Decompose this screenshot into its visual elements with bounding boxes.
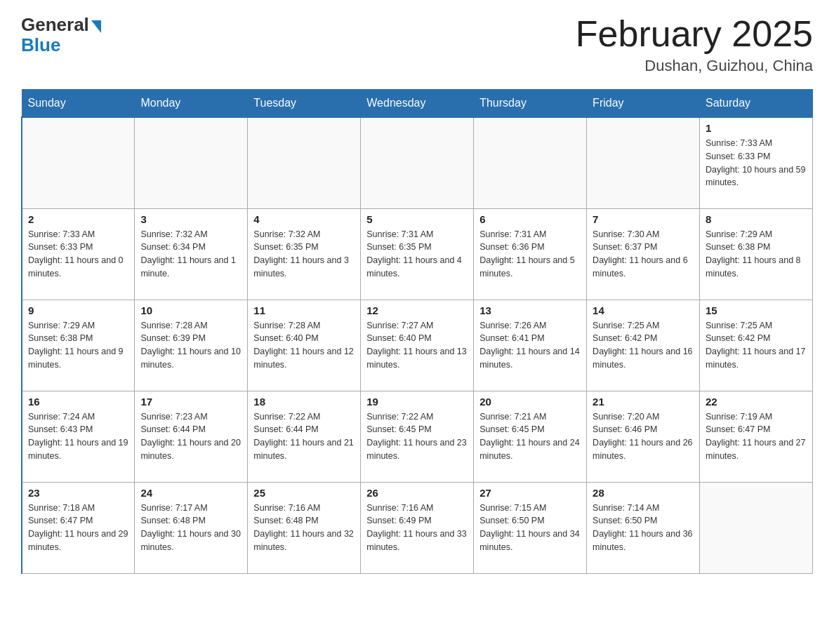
day-number: 28 [593, 487, 694, 499]
day-info: Sunrise: 7:32 AMSunset: 6:34 PMDaylight:… [140, 228, 241, 281]
calendar-day-cell: 14Sunrise: 7:25 AMSunset: 6:42 PMDayligh… [587, 300, 700, 391]
day-number: 26 [366, 487, 468, 499]
day-info: Sunrise: 7:25 AMSunset: 6:42 PMDaylight:… [593, 319, 694, 372]
day-info: Sunrise: 7:23 AMSunset: 6:44 PMDaylight:… [140, 410, 241, 463]
day-info: Sunrise: 7:28 AMSunset: 6:39 PMDaylight:… [140, 319, 241, 372]
day-of-week-header: Monday [135, 90, 248, 118]
logo: General Blue [21, 14, 101, 56]
calendar-day-cell [248, 117, 361, 208]
calendar-day-cell: 9Sunrise: 7:29 AMSunset: 6:38 PMDaylight… [22, 300, 135, 391]
calendar-day-cell: 24Sunrise: 7:17 AMSunset: 6:48 PMDayligh… [135, 482, 248, 573]
day-number: 18 [253, 396, 355, 408]
day-info: Sunrise: 7:32 AMSunset: 6:35 PMDaylight:… [253, 228, 355, 281]
calendar-day-cell [22, 117, 135, 208]
day-of-week-header: Wednesday [361, 90, 474, 118]
day-number: 6 [479, 213, 581, 225]
day-number: 17 [140, 396, 241, 408]
day-number: 20 [479, 396, 581, 408]
day-info: Sunrise: 7:16 AMSunset: 6:48 PMDaylight:… [253, 502, 355, 554]
day-info: Sunrise: 7:33 AMSunset: 6:33 PMDaylight:… [706, 137, 807, 189]
logo-arrow-icon [91, 20, 101, 33]
day-number: 3 [140, 213, 241, 225]
calendar-week-row: 2Sunrise: 7:33 AMSunset: 6:33 PMDaylight… [22, 208, 813, 300]
calendar-day-cell: 12Sunrise: 7:27 AMSunset: 6:40 PMDayligh… [361, 300, 474, 391]
day-info: Sunrise: 7:25 AMSunset: 6:42 PMDaylight:… [706, 319, 807, 372]
calendar-day-cell: 21Sunrise: 7:20 AMSunset: 6:46 PMDayligh… [587, 391, 700, 482]
calendar-day-cell: 6Sunrise: 7:31 AMSunset: 6:36 PMDaylight… [474, 208, 587, 300]
day-info: Sunrise: 7:27 AMSunset: 6:40 PMDaylight:… [366, 319, 468, 372]
day-info: Sunrise: 7:29 AMSunset: 6:38 PMDaylight:… [706, 228, 807, 281]
day-number: 14 [593, 304, 694, 316]
day-info: Sunrise: 7:33 AMSunset: 6:33 PMDaylight:… [28, 228, 128, 281]
month-title: February 2025 [576, 14, 813, 54]
day-info: Sunrise: 7:31 AMSunset: 6:36 PMDaylight:… [479, 228, 581, 281]
calendar-week-row: 16Sunrise: 7:24 AMSunset: 6:43 PMDayligh… [22, 391, 813, 482]
calendar-week-row: 9Sunrise: 7:29 AMSunset: 6:38 PMDaylight… [22, 300, 813, 391]
day-info: Sunrise: 7:21 AMSunset: 6:45 PMDaylight:… [479, 410, 581, 463]
calendar-day-cell: 16Sunrise: 7:24 AMSunset: 6:43 PMDayligh… [22, 391, 135, 482]
logo-general-text: General [21, 14, 89, 36]
day-number: 2 [28, 213, 128, 225]
calendar-day-cell: 27Sunrise: 7:15 AMSunset: 6:50 PMDayligh… [474, 482, 587, 573]
calendar-day-cell: 17Sunrise: 7:23 AMSunset: 6:44 PMDayligh… [135, 391, 248, 482]
calendar-day-cell: 13Sunrise: 7:26 AMSunset: 6:41 PMDayligh… [474, 300, 587, 391]
calendar-day-cell [587, 117, 700, 208]
calendar-week-row: 1Sunrise: 7:33 AMSunset: 6:33 PMDaylight… [22, 117, 813, 208]
day-info: Sunrise: 7:18 AMSunset: 6:47 PMDaylight:… [28, 502, 128, 554]
calendar-table: SundayMondayTuesdayWednesdayThursdayFrid… [21, 89, 813, 574]
calendar-day-cell: 2Sunrise: 7:33 AMSunset: 6:33 PMDaylight… [22, 208, 135, 300]
day-number: 11 [253, 304, 355, 316]
day-info: Sunrise: 7:14 AMSunset: 6:50 PMDaylight:… [593, 502, 694, 554]
day-number: 24 [140, 487, 241, 499]
calendar-day-cell: 3Sunrise: 7:32 AMSunset: 6:34 PMDaylight… [135, 208, 248, 300]
day-info: Sunrise: 7:16 AMSunset: 6:49 PMDaylight:… [366, 502, 468, 554]
day-number: 10 [140, 304, 241, 316]
calendar-day-cell: 19Sunrise: 7:22 AMSunset: 6:45 PMDayligh… [361, 391, 474, 482]
calendar-day-cell [474, 117, 587, 208]
day-of-week-header: Sunday [22, 90, 135, 118]
title-block: February 2025 Dushan, Guizhou, China [576, 14, 813, 75]
day-info: Sunrise: 7:29 AMSunset: 6:38 PMDaylight:… [28, 319, 128, 372]
calendar-header-row: SundayMondayTuesdayWednesdayThursdayFrid… [22, 90, 813, 118]
day-number: 13 [479, 304, 581, 316]
calendar-day-cell: 7Sunrise: 7:30 AMSunset: 6:37 PMDaylight… [587, 208, 700, 300]
day-info: Sunrise: 7:26 AMSunset: 6:41 PMDaylight:… [479, 319, 581, 372]
calendar-day-cell: 20Sunrise: 7:21 AMSunset: 6:45 PMDayligh… [474, 391, 587, 482]
day-info: Sunrise: 7:31 AMSunset: 6:35 PMDaylight:… [366, 228, 468, 281]
calendar-week-row: 23Sunrise: 7:18 AMSunset: 6:47 PMDayligh… [22, 482, 813, 573]
calendar-day-cell: 11Sunrise: 7:28 AMSunset: 6:40 PMDayligh… [248, 300, 361, 391]
day-of-week-header: Tuesday [248, 90, 361, 118]
logo-blue-text: Blue [21, 34, 60, 56]
location-title: Dushan, Guizhou, China [576, 57, 813, 75]
calendar-day-cell [700, 482, 813, 573]
calendar-day-cell [135, 117, 248, 208]
day-number: 15 [706, 304, 807, 316]
day-number: 4 [253, 213, 355, 225]
day-number: 1 [706, 122, 807, 134]
day-number: 9 [28, 304, 128, 316]
day-of-week-header: Friday [587, 90, 700, 118]
day-info: Sunrise: 7:28 AMSunset: 6:40 PMDaylight:… [253, 319, 355, 372]
day-of-week-header: Saturday [700, 90, 813, 118]
calendar-day-cell: 23Sunrise: 7:18 AMSunset: 6:47 PMDayligh… [22, 482, 135, 573]
day-info: Sunrise: 7:15 AMSunset: 6:50 PMDaylight:… [479, 502, 581, 554]
calendar-day-cell: 5Sunrise: 7:31 AMSunset: 6:35 PMDaylight… [361, 208, 474, 300]
day-info: Sunrise: 7:20 AMSunset: 6:46 PMDaylight:… [593, 410, 694, 463]
day-info: Sunrise: 7:17 AMSunset: 6:48 PMDaylight:… [140, 502, 241, 554]
day-number: 23 [28, 487, 128, 499]
day-of-week-header: Thursday [474, 90, 587, 118]
calendar-day-cell: 28Sunrise: 7:14 AMSunset: 6:50 PMDayligh… [587, 482, 700, 573]
day-info: Sunrise: 7:24 AMSunset: 6:43 PMDaylight:… [28, 410, 128, 463]
calendar-day-cell: 25Sunrise: 7:16 AMSunset: 6:48 PMDayligh… [248, 482, 361, 573]
day-number: 7 [593, 213, 694, 225]
day-number: 12 [366, 304, 468, 316]
day-number: 5 [366, 213, 468, 225]
calendar-day-cell [361, 117, 474, 208]
day-info: Sunrise: 7:22 AMSunset: 6:45 PMDaylight:… [366, 410, 468, 463]
day-number: 27 [479, 487, 581, 499]
calendar-day-cell: 26Sunrise: 7:16 AMSunset: 6:49 PMDayligh… [361, 482, 474, 573]
day-number: 25 [253, 487, 355, 499]
day-number: 16 [28, 396, 128, 408]
calendar-day-cell: 18Sunrise: 7:22 AMSunset: 6:44 PMDayligh… [248, 391, 361, 482]
day-number: 22 [706, 396, 807, 408]
